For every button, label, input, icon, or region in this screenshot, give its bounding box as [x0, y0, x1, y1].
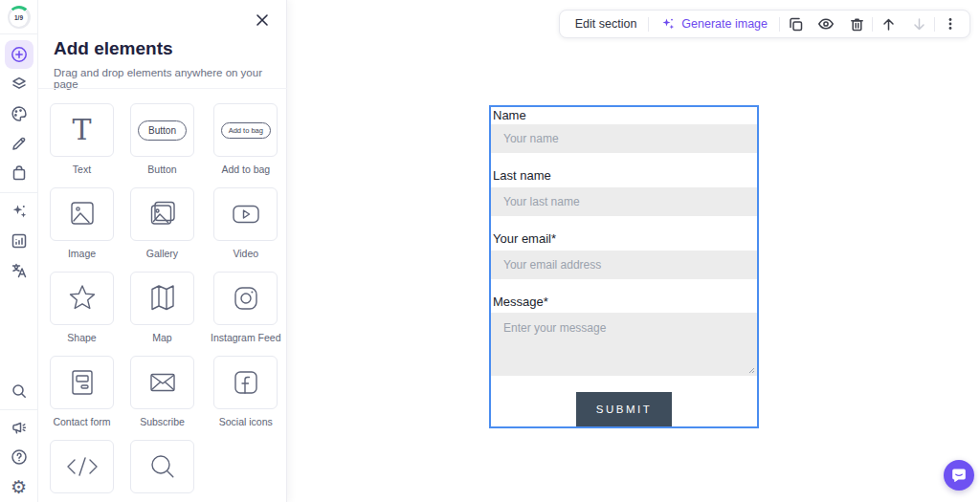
element-shape[interactable]: Shape — [50, 272, 114, 343]
element-instagram-feed[interactable]: Instagram Feed — [211, 272, 281, 343]
arrow-down-icon — [911, 16, 927, 33]
add-elements-panel: Add elements Drag and drop elements anyw… — [38, 0, 287, 502]
field-label: Last name — [493, 168, 551, 183]
edit-section-button[interactable]: Edit section — [564, 17, 649, 31]
megaphone-icon — [10, 418, 29, 437]
layers-icon — [10, 75, 29, 94]
element-subscribe[interactable]: Subscribe — [130, 356, 194, 427]
element-embed-code[interactable] — [50, 440, 114, 500]
element-card[interactable]: Button — [130, 103, 194, 157]
sidebar-item-edit[interactable] — [5, 129, 33, 158]
sidebar-item-store[interactable] — [5, 159, 33, 187]
page-canvas: Edit section Generate image — [287, 0, 980, 502]
sidebar-item-marketing[interactable] — [5, 413, 33, 442]
close-icon — [256, 13, 269, 27]
trash-icon — [849, 16, 865, 33]
palette-icon — [10, 104, 29, 123]
name-field[interactable] — [491, 124, 757, 153]
chat-bubble-icon — [951, 468, 967, 483]
more-options-button[interactable] — [935, 11, 966, 37]
question-circle-icon — [10, 447, 29, 467]
element-card[interactable] — [213, 356, 278, 409]
rail-divider — [0, 409, 38, 410]
element-card[interactable] — [130, 187, 194, 241]
field-label: Message* — [493, 295, 548, 309]
button-pill-icon: Button — [138, 120, 187, 141]
left-icon-rail: 1/9 — [0, 0, 38, 502]
kebab-menu-icon — [943, 16, 958, 32]
contact-form-icon — [66, 367, 99, 398]
element-gallery[interactable]: Gallery — [130, 187, 194, 259]
element-card[interactable] — [50, 272, 114, 325]
shopping-bag-icon — [10, 164, 29, 183]
element-text[interactable]: T Text — [50, 103, 114, 175]
sidebar-item-add-elements[interactable] — [5, 40, 33, 69]
rail-divider — [0, 33, 38, 34]
element-button[interactable]: Button Button — [130, 103, 194, 175]
preview-section-button[interactable] — [811, 11, 841, 37]
element-card[interactable] — [130, 440, 194, 493]
plus-circle-icon — [10, 45, 29, 64]
setup-progress-label: 1/9 — [10, 9, 28, 27]
gallery-icon — [146, 200, 179, 229]
panel-title: Add elements — [54, 38, 173, 59]
last-name-field[interactable] — [491, 187, 757, 216]
message-field[interactable] — [491, 313, 757, 376]
element-card[interactable] — [50, 356, 114, 409]
element-map[interactable]: Map — [130, 272, 194, 343]
element-card[interactable] — [213, 187, 278, 241]
text-icon: T — [72, 116, 91, 144]
video-icon — [230, 200, 262, 229]
envelope-icon — [146, 369, 179, 396]
delete-section-button[interactable] — [841, 11, 872, 37]
search-icon — [147, 451, 178, 482]
sidebar-item-website-style[interactable] — [5, 99, 33, 128]
element-card[interactable] — [50, 440, 114, 493]
star-icon — [66, 283, 99, 314]
translate-icon — [10, 261, 29, 280]
sidebar-item-languages[interactable] — [5, 256, 33, 285]
move-section-down-button[interactable] — [903, 11, 934, 37]
setup-progress-badge[interactable]: 1/9 — [8, 6, 31, 29]
arrow-up-icon — [880, 16, 897, 33]
close-panel-button[interactable] — [254, 11, 271, 29]
facebook-icon — [231, 367, 261, 398]
section-toolbar: Edit section Generate image — [559, 10, 970, 38]
generate-image-button[interactable]: Generate image — [649, 16, 779, 32]
add-to-bag-pill-icon: Add to bag — [221, 122, 271, 139]
chat-launcher-button[interactable] — [944, 460, 974, 491]
submit-button[interactable]: SUBMIT — [576, 392, 672, 426]
sidebar-item-search[interactable] — [5, 377, 33, 405]
element-grid: T Text Button Button Add to bag Add to b… — [50, 103, 276, 500]
element-video[interactable]: Video — [211, 187, 281, 259]
element-card[interactable] — [213, 272, 278, 325]
sidebar-item-layers[interactable] — [5, 70, 33, 98]
embed-code-icon — [65, 454, 100, 479]
panel-divider — [38, 88, 287, 89]
element-contact-form[interactable]: Contact form — [50, 356, 114, 427]
contact-form-section[interactable]: Name Last name Your email* Message* SUBM… — [489, 105, 759, 428]
element-card[interactable] — [130, 272, 194, 325]
field-label: Name — [493, 108, 526, 122]
element-social-icons[interactable]: Social icons — [211, 356, 281, 427]
sidebar-item-help[interactable] — [5, 443, 33, 471]
move-section-up-button[interactable] — [873, 11, 903, 37]
duplicate-section-button[interactable] — [780, 11, 811, 37]
element-card[interactable]: Add to bag — [213, 103, 278, 157]
rail-divider — [0, 192, 38, 193]
eye-icon — [817, 15, 835, 33]
duplicate-icon — [788, 16, 804, 33]
image-icon — [66, 200, 99, 229]
element-image[interactable]: Image — [50, 187, 114, 259]
sidebar-item-settings[interactable]: ⚙ — [5, 472, 33, 501]
element-card[interactable] — [130, 356, 194, 409]
sidebar-item-analytics[interactable] — [5, 227, 33, 255]
email-field[interactable] — [491, 251, 757, 279]
element-card[interactable]: T — [50, 103, 114, 157]
sidebar-item-ai-tools[interactable] — [5, 197, 33, 226]
element-search[interactable] — [130, 440, 194, 500]
element-card[interactable] — [50, 187, 114, 241]
gear-icon: ⚙ — [11, 478, 27, 496]
element-add-to-bag[interactable]: Add to bag Add to bag — [211, 103, 281, 175]
instagram-icon — [231, 283, 261, 314]
